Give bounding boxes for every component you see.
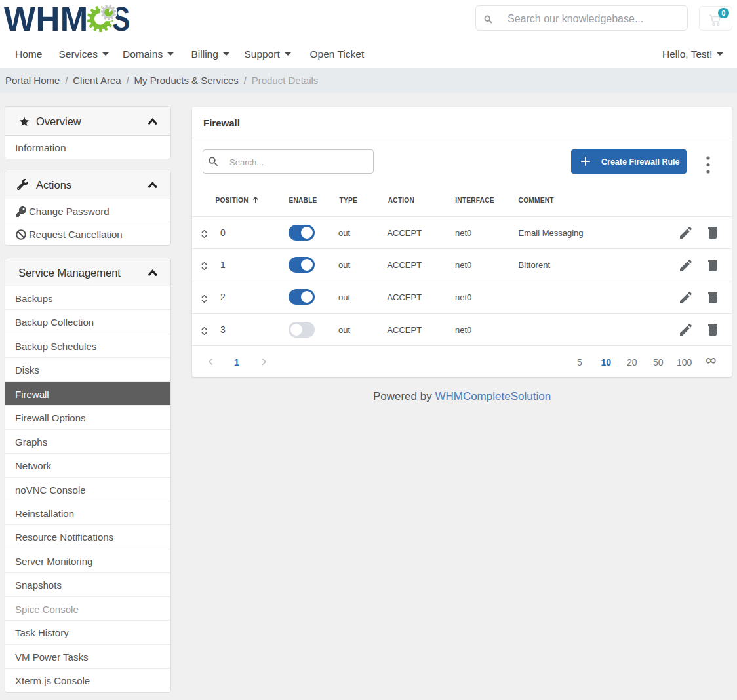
svg-text:WHM: WHM — [4, 1, 89, 37]
svg-text:S: S — [113, 1, 130, 37]
